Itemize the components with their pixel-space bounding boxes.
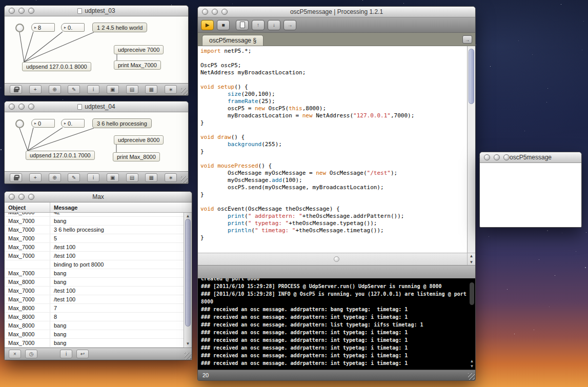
close-button[interactable] — [9, 8, 15, 14]
windows-button[interactable]: ▤ — [126, 85, 138, 94]
print-object[interactable]: print Max_7000 — [114, 60, 161, 70]
vertical-scrollbar[interactable]: ▲ ▼ — [184, 213, 192, 348]
titlebar[interactable]: udptest_04 — [5, 101, 188, 112]
titlebar[interactable]: udptest_03 — [5, 6, 188, 16]
number-box[interactable]: ▸0. — [61, 119, 85, 128]
edit-button[interactable]: ✎ — [68, 85, 80, 94]
save-button[interactable]: ↓ — [268, 20, 280, 30]
scrollbar-thumb[interactable] — [470, 282, 474, 305]
resize-grip[interactable] — [181, 88, 188, 95]
tab-menu-button[interactable]: → — [462, 35, 472, 44]
titlebar[interactable]: oscP5message — [480, 152, 581, 163]
toggle-button[interactable] — [15, 119, 24, 128]
zoom-button[interactable] — [28, 104, 34, 110]
scroll-down-icon[interactable]: ▼ — [468, 260, 475, 264]
zoom-button[interactable]: ⊕ — [49, 173, 61, 182]
zoom-button[interactable]: ⊕ — [49, 85, 61, 94]
number-box[interactable]: ▸8 — [31, 23, 55, 32]
table-row[interactable]: Max_80008 — [5, 313, 184, 321]
code-editor[interactable]: import netP5.*; OscP5 oscP5;NetAddress m… — [198, 46, 467, 253]
edit-button[interactable]: ✎ — [68, 173, 80, 182]
table-row[interactable]: Max_8000bang — [5, 321, 184, 330]
sketch-canvas[interactable] — [480, 163, 581, 227]
table-row[interactable]: binding to port 8000 — [5, 260, 184, 269]
minimize-button[interactable] — [18, 8, 25, 14]
scrollbar-thumb[interactable] — [469, 49, 474, 104]
message-box[interactable]: 1 2 4.5 hello world — [92, 23, 147, 32]
column-header-object[interactable]: Object — [5, 205, 50, 211]
scrollbar-thumb[interactable] — [185, 219, 191, 327]
udpreceive-object[interactable]: udpreceive 7000 — [114, 45, 164, 54]
toggle-button[interactable] — [15, 24, 24, 32]
minimize-button[interactable] — [18, 194, 25, 200]
table-row[interactable]: Max_800042 — [5, 213, 184, 217]
table-row[interactable]: Max_7000/test 100 — [5, 295, 184, 304]
scroll-up-icon[interactable]: ▲ — [184, 214, 192, 218]
inspector-button[interactable]: i — [87, 173, 99, 182]
scroll-up-icon[interactable]: ▲ — [468, 254, 475, 258]
export-button[interactable]: → — [283, 20, 296, 30]
close-button[interactable] — [484, 154, 490, 160]
print-object[interactable]: print Max_8000 — [113, 152, 160, 161]
table-row[interactable]: Max_8000bang — [5, 330, 184, 339]
zoom-button[interactable] — [28, 194, 34, 200]
close-button[interactable] — [9, 104, 15, 110]
udpreceive-object[interactable]: udpreceive 8000 — [114, 135, 164, 145]
stop-button[interactable]: ■ — [217, 20, 230, 30]
inspector-button[interactable]: i — [87, 85, 99, 94]
table-row[interactable]: Max_7000bang — [5, 269, 184, 278]
table-row[interactable]: Max_70005 — [5, 234, 184, 243]
table-row[interactable]: Max_7000/test 100 — [5, 287, 184, 295]
table-row[interactable]: Max_80007 — [5, 304, 184, 313]
message-box[interactable]: 3 6 hello processing — [92, 118, 152, 128]
add-object-button[interactable]: + — [29, 85, 42, 94]
zoom-button[interactable] — [221, 9, 228, 15]
scroll-down-icon[interactable]: ▼ — [184, 342, 192, 346]
scroll-down-icon[interactable]: ▼ — [469, 364, 475, 369]
close-button[interactable] — [202, 9, 208, 15]
zoom-button[interactable] — [28, 8, 34, 14]
resize-grip[interactable] — [185, 353, 191, 359]
lock-button[interactable] — [10, 85, 22, 94]
console-scrollbar[interactable]: ▲ ▼ — [469, 278, 475, 370]
presentation-button[interactable]: ▣ — [107, 173, 119, 182]
new-button[interactable] — [236, 20, 249, 30]
scroll-up-icon[interactable]: ▲ — [469, 359, 475, 363]
tab-oscP5message[interactable]: oscP5message § — [202, 35, 263, 46]
patcher-canvas[interactable]: ▸8 ▸0. 1 2 4.5 hello world udpreceive 70… — [5, 16, 188, 83]
number-box[interactable]: ▸0. — [61, 23, 85, 32]
open-button[interactable]: ↑ — [252, 20, 265, 30]
resize-grip[interactable] — [181, 176, 188, 183]
add-object-button[interactable]: + — [29, 173, 42, 182]
minimize-button[interactable] — [494, 154, 500, 160]
grid-button[interactable]: ▦ — [145, 173, 157, 182]
close-button[interactable] — [9, 194, 15, 200]
minimize-button[interactable] — [18, 104, 25, 110]
horizontal-scrollbar[interactable]: ▲ ▼ — [198, 253, 475, 265]
table-row[interactable]: Max_7000bang — [5, 339, 184, 348]
run-button[interactable]: ▶ — [201, 20, 214, 30]
lock-button[interactable] — [10, 173, 22, 182]
windows-button[interactable]: ▤ — [126, 173, 138, 182]
back-button[interactable]: ↩ — [76, 350, 89, 358]
info-button[interactable]: i — [60, 350, 72, 358]
presentation-button[interactable]: ▣ — [107, 85, 119, 94]
table-row[interactable]: Max_7000/test 100 — [5, 252, 184, 260]
zoom-button[interactable] — [503, 154, 510, 160]
actions-button[interactable]: ∗ — [165, 173, 177, 182]
actions-button[interactable]: ∗ — [165, 85, 177, 94]
udpsend-object[interactable]: udpsend 127.0.0.1 8000 — [22, 62, 91, 71]
number-box[interactable]: ▸0 — [31, 119, 55, 128]
editor-scrollbar[interactable] — [467, 46, 475, 253]
column-header-message[interactable]: Message — [50, 202, 192, 212]
titlebar[interactable]: oscP5message | Processing 1.2.1 — [198, 7, 475, 17]
grid-button[interactable]: ▦ — [145, 85, 157, 94]
resize-grip[interactable] — [468, 373, 475, 380]
clock-button[interactable]: ◷ — [25, 350, 37, 358]
table-row[interactable]: Max_8000bang — [5, 278, 184, 287]
patcher-canvas[interactable]: ▸0 ▸0. 3 6 hello processing udpreceive 8… — [5, 112, 188, 171]
splitter-grip[interactable] — [334, 256, 339, 262]
table-row[interactable]: Max_7000bang — [5, 217, 184, 226]
table-row[interactable]: Max_7000/test 100 — [5, 243, 184, 252]
table-row[interactable]: Max_70003 6 hello processing — [5, 226, 184, 234]
